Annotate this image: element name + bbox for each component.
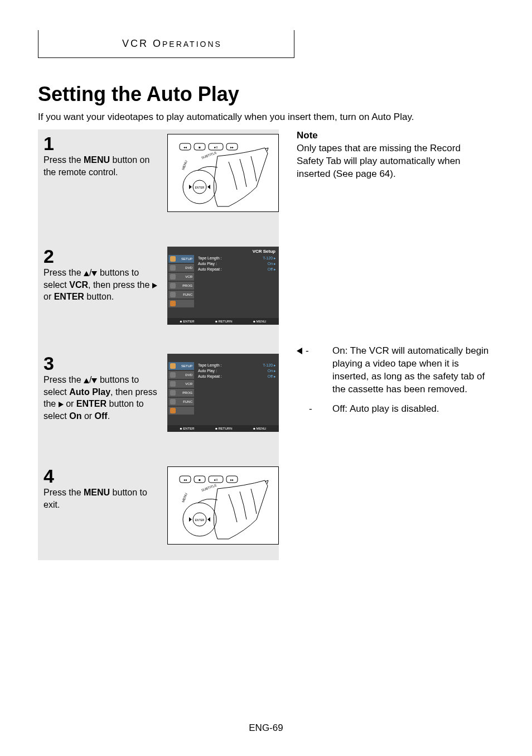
step-1-text: 1 Press the MENU button on the remote co… [43,134,161,212]
svg-text:▸▸: ▸▸ [230,478,234,481]
step-3-image-menu: SETUP DVD VCR PROG FUNC Tape Length :T-1… [167,354,279,432]
step-2: 2 Press the / buttons to select VCR, the… [38,242,279,329]
step-1: 1 Press the MENU button on the remote co… [38,129,279,216]
down-arrow-icon [91,271,97,276]
header-text-2: PERATIONS [162,40,222,49]
vcr-setup-menu-1: VCR Setup SETUP DVD VCR PROG FUNC Tape L… [167,247,279,325]
note-block: Note Only tapes that are missing the Rec… [297,129,490,181]
step-2-image-menu: VCR Setup SETUP DVD VCR PROG FUNC Tape L… [167,247,279,325]
step-4: 4 Press the MENU button to exit. ◂◂ ■ ▸I… [38,462,279,549]
note-text: Only tapes that are missing the Record S… [297,143,461,179]
intro-text: If you want your videotapes to play auto… [38,112,414,123]
svg-text:MENU: MENU [181,160,188,171]
remote-illustration: ◂◂ ■ ▸II ▸▸ SUBTITLE MENU ENTER [173,137,273,209]
step-3: 3 Press the / buttons to select Auto Pla… [38,349,279,436]
svg-text:▸II: ▸II [214,478,218,481]
step-4-image-remote: ◂◂ ■ ▸II ▸▸ SUBTITLE MENU ENTER [167,466,279,545]
svg-text:ENTER: ENTER [195,186,205,189]
right-arrow-icon [152,283,157,288]
step-3-text: 3 Press the / buttons to select Auto Pla… [43,354,161,432]
step-number: 1 [43,134,166,153]
svg-text:▸II: ▸II [214,146,218,149]
up-arrow-icon [84,271,89,276]
step-number: 4 [43,466,166,485]
svg-text:MENU: MENU [181,493,188,503]
vcr-setup-menu-2: SETUP DVD VCR PROG FUNC Tape Length :T-1… [167,354,279,432]
svg-text:▸▸: ▸▸ [230,146,234,149]
svg-text:◂◂: ◂◂ [183,478,187,481]
bullet-explanations: - On: The VCR will automatically begin p… [297,345,497,422]
left-arrow-icon [297,348,302,354]
steps-grey-column: 1 Press the MENU button on the remote co… [38,129,279,560]
bullet-on: - On: The VCR will automatically begin p… [297,345,497,396]
bullet-off: - Off: Auto play is disabled. [297,403,497,416]
section-header: VCR OPERATIONS [38,30,294,58]
up-arrow-icon [84,378,89,383]
svg-text:◂◂: ◂◂ [183,146,187,149]
remote-illustration: ◂◂ ■ ▸II ▸▸ SUBTITLE MENU ENTER [173,469,273,542]
header-text-1: VCR O [122,38,162,49]
page-title: Setting the Auto Play [38,83,239,106]
svg-text:■: ■ [199,146,201,149]
step-number: 2 [43,247,166,266]
svg-text:SUBTITLE: SUBTITLE [201,483,217,492]
step-4-text: 4 Press the MENU button to exit. [43,466,161,545]
step-2-text: 2 Press the / buttons to select VCR, the… [43,247,161,325]
right-arrow-icon [59,402,64,407]
step-1-image-remote: ◂◂ ■ ▸II ▸▸ SUBTITLE MENU ENTER [167,134,279,212]
note-label: Note [297,130,318,141]
page-number: ENG-69 [0,723,532,734]
svg-text:SUBTITLE: SUBTITLE [201,151,217,159]
down-arrow-icon [91,378,97,383]
svg-text:ENTER: ENTER [195,518,205,522]
svg-text:■: ■ [199,478,201,481]
step-number: 3 [43,354,166,373]
